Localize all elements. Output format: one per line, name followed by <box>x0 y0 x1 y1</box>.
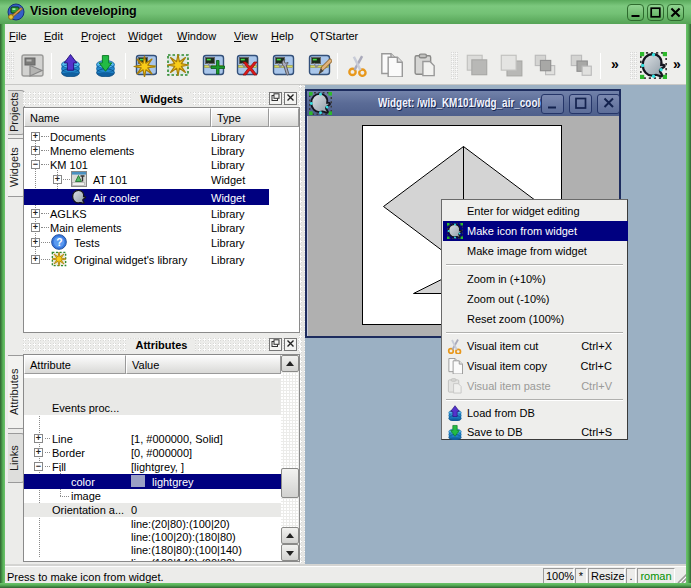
svg-text:?: ? <box>56 237 62 248</box>
